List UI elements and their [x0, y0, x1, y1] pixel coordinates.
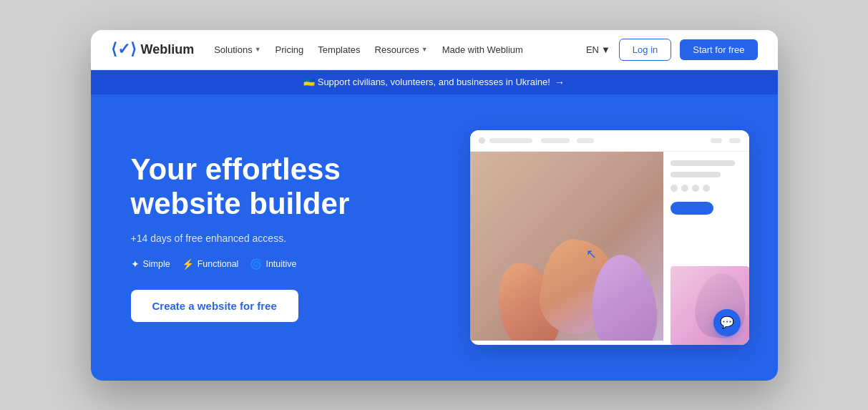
hero-preview: ↖: [403, 130, 749, 345]
intuitive-icon: 🌀: [250, 258, 262, 270]
sidebar-bar-2: [670, 172, 721, 177]
nav-pricing[interactable]: Pricing: [275, 44, 304, 55]
cursor-icon: ↖: [586, 246, 597, 262]
resources-dropdown-icon: ▼: [421, 46, 428, 53]
start-for-free-button[interactable]: Start for free: [680, 39, 757, 60]
logo[interactable]: ⟨✓⟩ Weblium: [111, 40, 195, 59]
nav-templates[interactable]: Templates: [318, 44, 360, 55]
nav-right: EN ▼ Log in Start for free: [586, 39, 758, 61]
nav-solutions[interactable]: Solutions ▼: [214, 44, 260, 55]
chat-icon: 💬: [720, 316, 734, 329]
hero-subtitle: +14 days of free enhanced access.: [131, 233, 403, 244]
banner-text: 🇺🇦 Support civilians, volunteers, and bu…: [303, 77, 550, 87]
lang-dropdown-icon: ▼: [601, 44, 610, 55]
preview-bar-4: [711, 138, 722, 143]
sidebar-dot-4: [703, 185, 710, 192]
sidebar-dot-1: [670, 185, 678, 192]
logo-text: Weblium: [141, 42, 195, 57]
preview-bar-2: [541, 138, 570, 143]
feature-intuitive: 🌀 Intuitive: [250, 258, 296, 270]
hero-title: Your effortless website builder: [131, 152, 403, 222]
functional-icon: ⚡: [182, 258, 194, 270]
preview-dot-1: [479, 137, 485, 144]
language-selector[interactable]: EN ▼: [586, 44, 610, 55]
hero-section: Your effortless website builder +14 days…: [91, 94, 778, 381]
sidebar-dot-2: [681, 185, 688, 192]
login-button[interactable]: Log in: [619, 39, 671, 61]
nav-made-with-weblium[interactable]: Made with Weblium: [442, 44, 523, 55]
simple-icon: ✦: [131, 258, 140, 270]
sidebar-bar-1: [670, 160, 735, 166]
browser-frame: ⟨✓⟩ Weblium Solutions ▼ Pricing Template…: [91, 30, 778, 381]
sidebar-cta-button: [670, 202, 713, 215]
nav-resources[interactable]: Resources ▼: [375, 44, 428, 55]
preview-thumbnail: [670, 266, 749, 345]
nav-links: Solutions ▼ Pricing Templates Resources …: [214, 44, 586, 55]
chat-bubble-button[interactable]: 💬: [713, 309, 741, 336]
sidebar-dots: [670, 185, 742, 192]
preview-bar-5: [729, 138, 741, 143]
feature-functional: ⚡ Functional: [182, 258, 239, 270]
sidebar-dot-3: [692, 185, 699, 192]
hero-content: Your effortless website builder +14 days…: [131, 152, 403, 323]
navbar: ⟨✓⟩ Weblium Solutions ▼ Pricing Template…: [91, 30, 778, 70]
create-website-button[interactable]: Create a website for free: [131, 290, 298, 322]
preview-body: ↖: [470, 152, 749, 341]
preview-bar-3: [577, 138, 594, 143]
hero-features: ✦ Simple ⚡ Functional 🌀 Intuitive: [131, 258, 403, 270]
website-preview-card: ↖: [470, 130, 749, 345]
preview-topbar: [470, 130, 749, 152]
preview-hero-image: ↖: [470, 152, 663, 341]
banner-arrow-icon: →: [555, 77, 565, 88]
logo-icon: ⟨✓⟩: [111, 40, 137, 59]
feature-simple: ✦ Simple: [131, 258, 170, 270]
preview-url-bar: [489, 138, 532, 143]
solutions-dropdown-icon: ▼: [255, 46, 261, 53]
ukraine-support-banner[interactable]: 🇺🇦 Support civilians, volunteers, and bu…: [91, 70, 778, 94]
